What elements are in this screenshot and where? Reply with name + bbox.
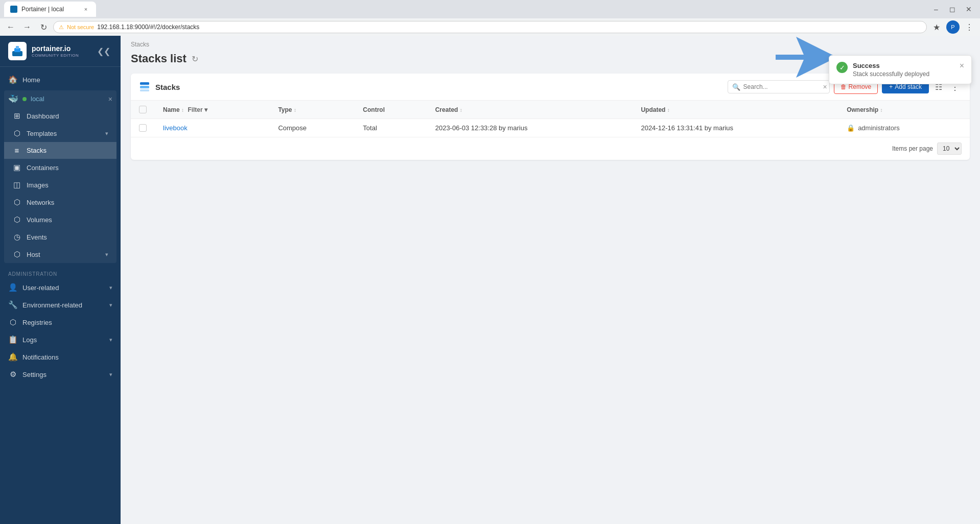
toast-message: Stack successfully deployed	[853, 70, 954, 78]
toast-title: Success	[853, 62, 954, 69]
minimize-button[interactable]: –	[929, 2, 943, 16]
sidebar-item-templates[interactable]: ⬡ Templates ▾	[4, 125, 116, 142]
table-body: livebook Compose Total 2023-06-03 12:33:…	[131, 119, 970, 137]
sidebar-item-volumes[interactable]: ⬡ Volumes	[4, 211, 116, 228]
sidebar-item-stacks[interactable]: ≡ Stacks	[4, 142, 116, 159]
logs-chevron-icon: ▾	[109, 337, 112, 343]
maximize-button[interactable]: ◻	[945, 2, 960, 16]
stack-created: 2023-06-03 12:33:28 by marius	[427, 119, 633, 137]
stack-updated: 2024-12-16 13:31:41 by marius	[633, 119, 838, 137]
ownership-icon: 🔒	[847, 124, 855, 132]
filter-button[interactable]: Filter ▾	[188, 106, 207, 113]
sidebar-header: portainer.io Community Edition ❮❮	[0, 36, 121, 67]
name-sort-icon[interactable]: ↕	[181, 107, 184, 113]
environment-related-icon: 🔧	[8, 300, 17, 309]
stacks-icon: ≡	[12, 146, 21, 155]
row-checkbox[interactable]	[139, 124, 147, 132]
browser-menu-button[interactable]: ⋮	[963, 20, 976, 34]
browser-chrome: Portainer | local × – ◻ ✕ ← → ↻ ⚠ Not se…	[0, 0, 980, 36]
sidebar: portainer.io Community Edition ❮❮ 🏠 Home…	[0, 36, 121, 524]
env-header[interactable]: 🐳 local ×	[4, 90, 116, 107]
th-ownership: Ownership ↕	[838, 101, 970, 119]
select-all-checkbox[interactable]	[139, 106, 147, 113]
security-icon: ⚠	[59, 24, 64, 31]
containers-icon: ▣	[12, 163, 21, 172]
profile-button[interactable]: P	[946, 20, 960, 34]
tab-favicon	[10, 6, 17, 13]
logs-icon: 📋	[8, 335, 17, 344]
host-icon: ⬡	[12, 250, 21, 259]
user-related-chevron-icon: ▾	[109, 284, 112, 291]
tab-title: Portainer | local	[21, 6, 78, 13]
stacks-panel-icon	[139, 81, 150, 92]
volumes-icon: ⬡	[12, 215, 21, 224]
svg-rect-2	[16, 46, 19, 49]
table-header: Name ↕ Filter ▾ Type ↕ Control Created ↕	[131, 101, 970, 119]
toast-close-button[interactable]: ×	[960, 62, 964, 70]
sidebar-item-notifications[interactable]: 🔔 Notifications	[0, 348, 121, 366]
table-footer: Items per page 10 25 50	[131, 137, 970, 160]
sidebar-item-logs[interactable]: 📋 Logs ▾	[0, 331, 121, 348]
type-sort-icon[interactable]: ↕	[294, 107, 296, 113]
add-icon: +	[889, 83, 893, 90]
sidebar-item-host[interactable]: ⬡ Host ▾	[4, 246, 116, 263]
ownership-sort-icon[interactable]: ↕	[880, 107, 883, 113]
forward-button[interactable]: →	[20, 20, 34, 34]
table-row: livebook Compose Total 2023-06-03 12:33:…	[131, 119, 970, 137]
app-container: portainer.io Community Edition ❮❮ 🏠 Home…	[0, 36, 980, 524]
th-updated: Updated ↕	[633, 101, 838, 119]
env-section: 🐳 local × ⊞ Dashboard ⬡ Templates ▾ ≡ St…	[4, 90, 116, 263]
dashboard-icon: ⊞	[12, 111, 21, 121]
items-per-page-label: Items per page	[892, 145, 933, 152]
images-icon: ◫	[12, 180, 21, 189]
sidebar-collapse-button[interactable]: ❮❮	[95, 44, 112, 58]
browser-tab[interactable]: Portainer | local ×	[4, 2, 96, 17]
sidebar-item-environment-related[interactable]: 🔧 Environment-related ▾	[0, 296, 121, 314]
user-related-icon: 👤	[8, 283, 17, 292]
svg-rect-4	[140, 86, 149, 88]
refresh-stacks-button[interactable]: ↻	[192, 54, 198, 64]
url-text: 192.168.1.18:9000/#!/2/docker/stacks	[97, 23, 921, 31]
sidebar-item-containers[interactable]: ▣ Containers	[4, 159, 116, 176]
items-per-page-select[interactable]: 10 25 50	[937, 142, 962, 155]
search-input[interactable]	[743, 83, 820, 90]
toast-success-icon: ✓	[836, 62, 848, 73]
env-icon: 🐳	[8, 94, 18, 104]
sidebar-item-registries[interactable]: ⬡ Registries	[0, 314, 121, 331]
back-button[interactable]: ←	[4, 20, 17, 34]
close-button[interactable]: ✕	[962, 2, 976, 16]
env-close-button[interactable]: ×	[108, 95, 112, 103]
sidebar-item-home[interactable]: 🏠 Home	[0, 71, 121, 88]
stack-name-link[interactable]: livebook	[163, 124, 188, 132]
refresh-button[interactable]: ↻	[37, 20, 50, 34]
svg-rect-5	[140, 89, 149, 91]
sidebar-item-user-related[interactable]: 👤 User-related ▾	[0, 279, 121, 296]
networks-icon: ⬡	[12, 198, 21, 207]
sidebar-item-events[interactable]: ◷ Events	[4, 228, 116, 246]
address-bar[interactable]: ⚠ Not secure 192.168.1.18:9000/#!/2/dock…	[53, 21, 927, 33]
events-icon: ◷	[12, 232, 21, 242]
search-box[interactable]: 🔍 ×	[728, 80, 830, 93]
panel-title: Stacks	[155, 83, 722, 91]
sidebar-item-networks[interactable]: ⬡ Networks	[4, 194, 116, 211]
sidebar-item-dashboard[interactable]: ⊞ Dashboard	[4, 107, 116, 125]
tab-close-button[interactable]: ×	[82, 5, 90, 13]
settings-chevron-icon: ▾	[109, 371, 112, 378]
search-icon: 🔍	[732, 83, 740, 91]
stack-type: Compose	[270, 119, 355, 137]
created-sort-icon[interactable]: ↕	[460, 107, 462, 113]
remove-icon: 🗑	[841, 83, 847, 90]
sidebar-item-images[interactable]: ◫ Images	[4, 176, 116, 194]
search-clear-button[interactable]: ×	[823, 83, 827, 91]
updated-sort-icon[interactable]: ↕	[667, 107, 670, 113]
environment-chevron-icon: ▾	[109, 302, 112, 308]
security-label: Not secure	[67, 24, 94, 30]
bookmark-button[interactable]: ★	[930, 20, 943, 34]
logo-icon	[8, 42, 27, 60]
th-name: Name ↕ Filter ▾	[155, 101, 270, 119]
th-created: Created ↕	[427, 101, 633, 119]
notifications-icon: 🔔	[8, 352, 17, 362]
th-type: Type ↕	[270, 101, 355, 119]
home-icon: 🏠	[8, 75, 17, 84]
sidebar-item-settings[interactable]: ⚙ Settings ▾	[0, 366, 121, 383]
